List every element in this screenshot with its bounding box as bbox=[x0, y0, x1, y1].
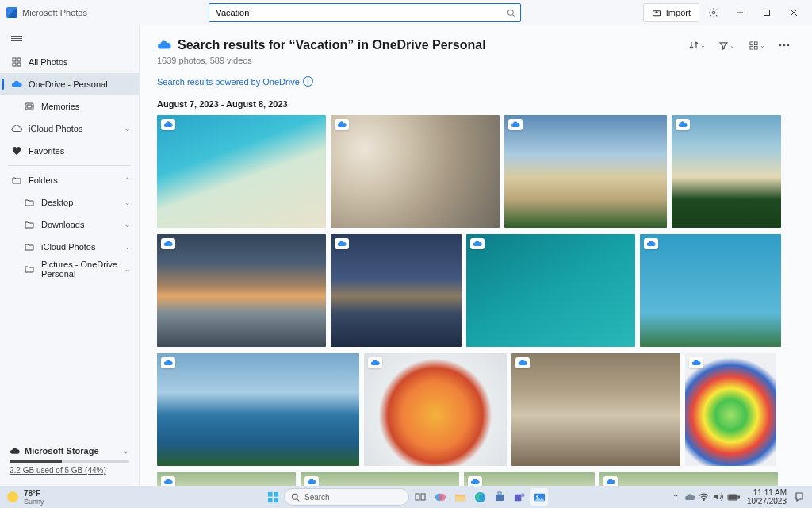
svg-point-25 bbox=[292, 494, 297, 499]
nav-folder-pictures-onedrive[interactable]: Pictures - OneDrive Personal ⌄ bbox=[0, 258, 139, 280]
taskbar-volume-icon[interactable] bbox=[712, 488, 725, 506]
nav-icloud-photos[interactable]: iCloud Photos ⌄ bbox=[0, 117, 139, 140]
search-input[interactable] bbox=[214, 7, 507, 18]
photo-thumbnail[interactable] bbox=[466, 234, 635, 347]
nav-label: OneDrive - Personal bbox=[29, 79, 108, 89]
taskbar-photos-icon[interactable] bbox=[530, 488, 548, 506]
nav-folder-downloads[interactable]: Downloads ⌄ bbox=[0, 214, 139, 236]
titlebar-actions: Import bbox=[643, 2, 806, 24]
svg-rect-41 bbox=[738, 496, 740, 498]
svg-rect-14 bbox=[750, 41, 753, 44]
svg-rect-15 bbox=[754, 41, 757, 44]
nav-folder-icloud[interactable]: iCloud Photos ⌄ bbox=[0, 236, 139, 258]
nav-folder-desktop[interactable]: Desktop ⌄ bbox=[0, 191, 139, 214]
sun-icon bbox=[6, 491, 19, 503]
more-button[interactable] bbox=[774, 37, 795, 54]
layout-button[interactable]: ⌄ bbox=[744, 37, 771, 54]
app-window: Microsoft Photos Import bbox=[0, 0, 812, 486]
nav-label: Memories bbox=[41, 102, 79, 111]
nav-label: Downloads bbox=[41, 220, 84, 229]
close-button[interactable] bbox=[782, 2, 806, 24]
powered-by-link[interactable]: Search results powered by OneDrive i bbox=[157, 76, 795, 87]
nav-label: iCloud Photos bbox=[29, 124, 83, 133]
photo-thumbnail[interactable] bbox=[364, 353, 507, 466]
photo-thumbnail[interactable] bbox=[504, 115, 667, 228]
import-label: Import bbox=[666, 8, 691, 17]
sort-button[interactable]: ⌄ bbox=[684, 37, 710, 54]
sidebar: All Photos OneDrive - Personal Memories … bbox=[0, 25, 140, 486]
taskbar-battery-icon[interactable] bbox=[726, 488, 741, 506]
app-icon bbox=[6, 7, 17, 18]
import-button[interactable]: Import bbox=[643, 3, 699, 22]
photo-grid bbox=[157, 472, 795, 486]
taskbar-time: 11:11 AM bbox=[747, 488, 787, 497]
photo-thumbnail[interactable] bbox=[157, 353, 359, 466]
chevron-up-icon: ⌃ bbox=[124, 176, 131, 184]
taskbar-notifications-icon[interactable] bbox=[793, 488, 806, 506]
svg-rect-28 bbox=[421, 494, 425, 500]
cloud-badge-icon bbox=[161, 238, 175, 249]
results-count: 1639 photos, 589 videos bbox=[157, 56, 795, 65]
search-box[interactable] bbox=[209, 3, 521, 22]
taskbar-wifi-icon[interactable] bbox=[698, 488, 710, 506]
app-name: Microsoft Photos bbox=[22, 8, 87, 17]
folder-icon bbox=[24, 264, 35, 275]
nav-all-photos[interactable]: All Photos bbox=[0, 51, 139, 73]
photo-thumbnail[interactable] bbox=[157, 115, 326, 228]
maximize-button[interactable] bbox=[755, 2, 779, 24]
taskbar-search[interactable]: Search bbox=[284, 488, 409, 506]
taskbar-edge-icon[interactable] bbox=[471, 488, 488, 506]
nav-onedrive[interactable]: OneDrive - Personal bbox=[0, 73, 139, 95]
app-body: All Photos OneDrive - Personal Memories … bbox=[0, 25, 812, 486]
onedrive-icon bbox=[157, 40, 171, 50]
photo-thumbnail[interactable] bbox=[331, 115, 500, 228]
taskbar-store-icon[interactable] bbox=[491, 488, 508, 506]
titlebar: Microsoft Photos Import bbox=[0, 0, 812, 25]
photo-thumbnail[interactable] bbox=[157, 234, 326, 347]
taskview-button[interactable] bbox=[412, 488, 429, 506]
cloud-badge-icon bbox=[468, 476, 482, 486]
storage-panel[interactable]: Microsoft Storage ⌄ 2.2 GB used of 5 GB … bbox=[0, 438, 139, 486]
taskbar-copilot-icon[interactable] bbox=[431, 488, 449, 506]
chevron-down-icon: ⌄ bbox=[124, 265, 131, 273]
chevron-down-icon: ⌄ bbox=[124, 243, 131, 251]
photo-thumbnail[interactable] bbox=[685, 353, 776, 466]
cloud-badge-icon bbox=[644, 238, 658, 249]
taskbar-weather[interactable]: 78°F Sunny bbox=[6, 489, 44, 506]
svg-rect-27 bbox=[416, 494, 419, 500]
svg-rect-9 bbox=[17, 58, 21, 61]
start-button[interactable] bbox=[264, 488, 282, 506]
photo-thumbnail[interactable] bbox=[157, 472, 296, 486]
search-icon[interactable] bbox=[507, 9, 515, 17]
nav-hamburger[interactable] bbox=[5, 28, 29, 48]
minimize-button[interactable] bbox=[728, 2, 752, 24]
filter-button[interactable]: ⌄ bbox=[714, 37, 741, 54]
photo-thumbnail[interactable] bbox=[464, 472, 595, 486]
nav-memories[interactable]: Memories bbox=[0, 95, 139, 117]
nav-favorites[interactable]: Favorites bbox=[0, 140, 139, 162]
photo-thumbnail[interactable] bbox=[640, 234, 781, 347]
svg-rect-23 bbox=[267, 498, 272, 502]
photo-thumbnail[interactable] bbox=[301, 472, 459, 486]
nav-label: All Photos bbox=[29, 57, 68, 67]
nav-folders-header[interactable]: Folders ⌃ bbox=[0, 169, 139, 191]
photo-thumbnail[interactable] bbox=[672, 115, 781, 228]
taskbar-onedrive-icon[interactable] bbox=[684, 488, 696, 506]
nav-label: Desktop bbox=[41, 198, 73, 207]
photo-thumbnail[interactable] bbox=[331, 234, 462, 347]
settings-button[interactable] bbox=[703, 4, 725, 21]
cloud-badge-icon bbox=[335, 238, 349, 249]
photo-thumbnail[interactable] bbox=[511, 353, 680, 466]
main-content: Search results for “Vacation” in OneDriv… bbox=[140, 25, 812, 486]
taskbar-teams-icon[interactable] bbox=[511, 488, 528, 506]
results-title: Search results for “Vacation” in OneDriv… bbox=[178, 38, 486, 52]
taskbar-clock[interactable]: 11:11 AM 10/27/2023 bbox=[747, 488, 787, 506]
grid-icon bbox=[11, 56, 22, 67]
storage-used-label[interactable]: 2.2 GB used of 5 GB (44%) bbox=[10, 466, 129, 475]
taskbar-explorer-icon[interactable] bbox=[451, 488, 469, 506]
taskbar-tray-chevron[interactable]: ⌃ bbox=[669, 488, 682, 506]
taskbar-date: 10/27/2023 bbox=[747, 497, 787, 506]
photo-thumbnail[interactable] bbox=[599, 472, 778, 486]
svg-rect-31 bbox=[454, 496, 465, 501]
svg-rect-24 bbox=[274, 498, 278, 502]
